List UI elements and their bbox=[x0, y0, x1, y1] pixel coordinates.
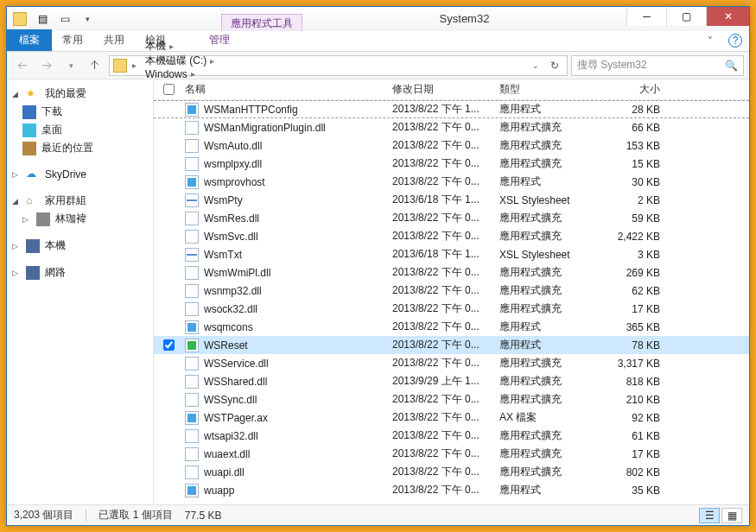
file-row[interactable]: wuaext.dll2013/8/22 下午 0...應用程式擴充17 KB bbox=[154, 445, 749, 463]
sidebar-thispc[interactable]: ▷本機 bbox=[7, 237, 153, 255]
sidebar-desktop[interactable]: 桌面 bbox=[7, 121, 153, 139]
file-date: 2013/8/22 下午 0... bbox=[385, 174, 492, 189]
file-icon bbox=[185, 411, 199, 425]
file-name: wuaext.dll bbox=[204, 448, 250, 460]
select-all-checkbox[interactable] bbox=[163, 84, 175, 95]
breadcrumb-0[interactable]: 本機▸ bbox=[142, 39, 218, 54]
view-details-button[interactable]: ☰ bbox=[699, 508, 720, 523]
file-name: wsmplpxy.dll bbox=[204, 158, 262, 170]
desktop-icon bbox=[22, 124, 36, 137]
file-type: 應用程式擴充 bbox=[492, 301, 593, 316]
row-checkbox[interactable] bbox=[163, 339, 175, 351]
up-button[interactable]: 🡡 bbox=[85, 55, 105, 76]
file-type: 應用程式擴充 bbox=[492, 120, 593, 135]
qat-dropdown-icon[interactable]: ▾ bbox=[78, 10, 97, 28]
col-size[interactable]: 大小 bbox=[593, 82, 667, 97]
file-size: 802 KB bbox=[593, 466, 667, 478]
col-type[interactable]: 類型 bbox=[492, 82, 593, 97]
file-row[interactable]: WsmPty2013/6/18 下午 1...XSL Stylesheet2 K… bbox=[154, 191, 749, 209]
file-row[interactable]: WSShared.dll2013/9/29 上午 1...應用程式擴充818 K… bbox=[154, 372, 749, 390]
file-date: 2013/8/22 下午 0... bbox=[385, 283, 492, 298]
qat-newfolder-icon[interactable]: ▭ bbox=[55, 10, 74, 28]
file-row[interactable]: wuapp2013/8/22 下午 0...應用程式35 KB bbox=[154, 481, 749, 499]
file-icon bbox=[185, 230, 199, 244]
file-icon bbox=[185, 266, 199, 280]
file-name: WSSync.dll bbox=[204, 394, 257, 406]
ribbon-expand-icon[interactable]: ˅ bbox=[699, 32, 721, 51]
tab-home[interactable]: 常用 bbox=[52, 29, 93, 51]
file-date: 2013/8/22 下午 0... bbox=[385, 120, 492, 135]
file-row[interactable]: WsmSvc.dll2013/8/22 下午 0...應用程式擴充2,422 K… bbox=[154, 227, 749, 245]
file-row[interactable]: wuapi.dll2013/8/22 下午 0...應用程式擴充802 KB bbox=[154, 463, 749, 481]
file-date: 2013/8/22 下午 1... bbox=[385, 102, 492, 117]
maximize-button[interactable]: ▢ bbox=[666, 7, 706, 26]
search-input[interactable]: 搜尋 System32 🔍 bbox=[571, 55, 744, 76]
file-row[interactable]: wsmplpxy.dll2013/8/22 下午 0...應用程式擴充15 KB bbox=[154, 155, 749, 173]
sidebar-homegroup-user[interactable]: ▷林珈褘 bbox=[7, 210, 153, 228]
file-date: 2013/8/22 下午 0... bbox=[385, 428, 492, 443]
col-name[interactable]: 名稱 bbox=[178, 82, 385, 97]
minimize-button[interactable]: ─ bbox=[626, 7, 666, 26]
file-row[interactable]: wsmprovhost2013/8/22 下午 0...應用程式30 KB bbox=[154, 173, 749, 191]
file-type: 應用程式 bbox=[492, 483, 593, 497]
address-dropdown-icon[interactable]: ⌄ bbox=[527, 57, 544, 74]
file-size: 15 KB bbox=[593, 158, 667, 170]
file-date: 2013/8/22 下午 0... bbox=[385, 465, 492, 479]
file-icon bbox=[185, 103, 199, 117]
sidebar-favorites[interactable]: ◢★我的最愛 bbox=[7, 85, 153, 103]
file-type: 應用程式擴充 bbox=[492, 374, 593, 389]
forward-button[interactable]: 🡢 bbox=[36, 55, 57, 76]
file-size: 92 KB bbox=[593, 412, 667, 424]
file-size: 818 KB bbox=[593, 376, 667, 388]
file-icon bbox=[185, 175, 199, 189]
sidebar-skydrive[interactable]: ▷☁SkyDrive bbox=[7, 166, 153, 183]
file-row[interactable]: wsnmp32.dll2013/8/22 下午 0...應用程式擴充62 KB bbox=[154, 282, 749, 300]
breadcrumb-2[interactable]: Windows▸ bbox=[142, 68, 218, 80]
file-row[interactable]: WSReset2013/8/22 下午 0...應用程式78 KB bbox=[154, 336, 749, 354]
file-size: 28 KB bbox=[593, 104, 667, 116]
file-size: 210 KB bbox=[593, 394, 667, 406]
file-row[interactable]: wtsapi32.dll2013/8/22 下午 0...應用程式擴充61 KB bbox=[154, 427, 749, 445]
back-button[interactable]: 🡠 bbox=[12, 55, 33, 76]
file-size: 2 KB bbox=[593, 194, 667, 206]
file-name: WSReset bbox=[204, 339, 248, 352]
recent-locations-icon[interactable]: ▾ bbox=[60, 55, 81, 76]
file-row[interactable]: WSTPager.ax2013/8/22 下午 0...AX 檔案92 KB bbox=[154, 408, 749, 427]
user-icon bbox=[36, 212, 50, 226]
qat-properties-icon[interactable]: ▤ bbox=[33, 10, 52, 28]
address-bar[interactable]: ▸ 本機▸本機磁碟 (C:)▸Windows▸System32▸ ⌄ ↻ bbox=[109, 55, 568, 76]
tab-share[interactable]: 共用 bbox=[93, 29, 135, 51]
system-menu-icon[interactable] bbox=[10, 10, 29, 28]
file-type: 應用程式擴充 bbox=[492, 446, 593, 461]
explorer-window: ▤ ▭ ▾ 應用程式工具 System32 ─ ▢ ✕ 檔案 常用 共用 檢視 … bbox=[6, 6, 750, 526]
col-date[interactable]: 修改日期 bbox=[385, 82, 492, 97]
file-name: wuapp bbox=[204, 484, 234, 497]
navigation-bar: 🡠 🡢 ▾ 🡡 ▸ 本機▸本機磁碟 (C:)▸Windows▸System32▸… bbox=[7, 52, 749, 79]
sidebar-network[interactable]: ▷網路 bbox=[7, 263, 153, 282]
file-date: 2013/6/18 下午 1... bbox=[385, 247, 492, 262]
refresh-icon[interactable]: ↻ bbox=[546, 57, 563, 74]
help-icon[interactable]: ? bbox=[728, 34, 742, 48]
file-size: 59 KB bbox=[593, 212, 667, 225]
breadcrumb-1[interactable]: 本機磁碟 (C:)▸ bbox=[142, 54, 218, 68]
close-button[interactable]: ✕ bbox=[706, 7, 749, 26]
sidebar-recent[interactable]: 最近的位置 bbox=[7, 139, 153, 157]
sidebar-downloads[interactable]: 下載 bbox=[7, 103, 153, 121]
tab-file[interactable]: 檔案 bbox=[7, 29, 52, 51]
file-row[interactable]: WsmRes.dll2013/8/22 下午 0...應用程式擴充59 KB bbox=[154, 209, 749, 227]
file-row[interactable]: WSManMigrationPlugin.dll2013/8/22 下午 0..… bbox=[154, 118, 749, 136]
file-name: WsmPty bbox=[204, 194, 243, 206]
file-row[interactable]: WsmAuto.dll2013/8/22 下午 0...應用程式擴充153 KB bbox=[154, 136, 749, 155]
crumb-sep[interactable]: ▸ bbox=[129, 60, 140, 70]
file-row[interactable]: WSManHTTPConfig2013/8/22 下午 1...應用程式28 K… bbox=[154, 100, 749, 118]
file-row[interactable]: WsmTxt2013/6/18 下午 1...XSL Stylesheet3 K… bbox=[154, 245, 749, 263]
file-row[interactable]: WSService.dll2013/8/22 下午 0...應用程式擴充3,31… bbox=[154, 354, 749, 372]
file-row[interactable]: wsock32.dll2013/8/22 下午 0...應用程式擴充17 KB bbox=[154, 300, 749, 318]
file-row[interactable]: WsmWmiPl.dll2013/8/22 下午 0...應用程式擴充269 K… bbox=[154, 263, 749, 282]
file-date: 2013/8/22 下午 0... bbox=[385, 211, 492, 225]
view-thumbnails-button[interactable]: ▦ bbox=[721, 508, 742, 523]
file-row[interactable]: WSSync.dll2013/8/22 下午 0...應用程式擴充210 KB bbox=[154, 390, 749, 408]
file-size: 35 KB bbox=[593, 484, 667, 497]
file-row[interactable]: wsqmcons2013/8/22 下午 0...應用程式365 KB bbox=[154, 318, 749, 336]
sidebar-homegroup[interactable]: ◢⌂家用群組 bbox=[7, 192, 153, 210]
